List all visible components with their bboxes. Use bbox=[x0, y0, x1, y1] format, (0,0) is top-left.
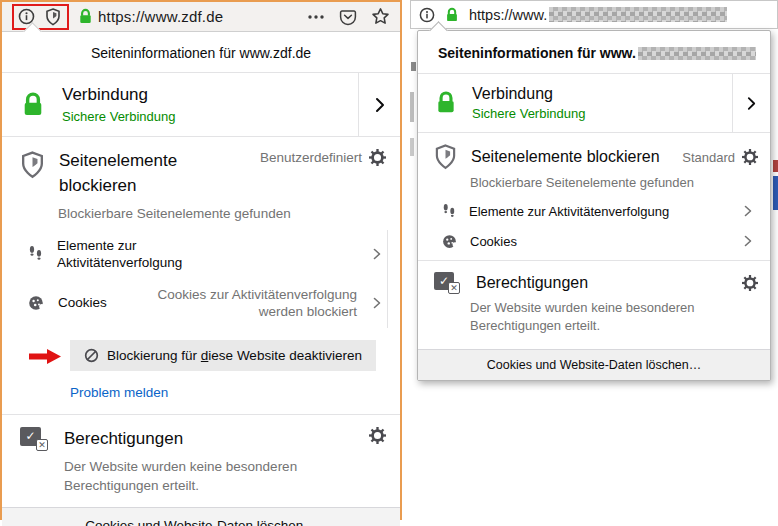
blocking-title: Seitenelemente blockieren bbox=[59, 149, 229, 198]
cookies-label: Cookies bbox=[470, 234, 729, 249]
blocking-title: Seitenelemente blockieren bbox=[471, 148, 660, 166]
blocking-mode-label: Standard bbox=[682, 150, 735, 165]
footprints-icon bbox=[442, 203, 456, 220]
trackers-row[interactable]: Elemente zur Aktivitätenverfolgung bbox=[28, 230, 381, 279]
connection-row: Verbindung Sichere Verbindung bbox=[418, 74, 770, 133]
popup-header: Seiteninformationen für www.zdf.de bbox=[2, 32, 400, 73]
blocking-subtitle: Blockierbare Seitenelemente gefunden bbox=[58, 205, 388, 223]
censored-host-mosaic bbox=[638, 47, 756, 60]
disable-blocking-zone: Blockierung für diese Website deaktivier… bbox=[20, 340, 388, 371]
censored-url-mosaic bbox=[549, 7, 727, 22]
trackers-label: Elemente zur Aktivitätenverfolgung bbox=[57, 237, 207, 272]
disable-blocking-label: Blockierung für diese Website deaktivier… bbox=[107, 348, 362, 363]
connection-text: Verbindung Sichere Verbindung bbox=[472, 85, 585, 121]
gear-icon[interactable] bbox=[742, 149, 758, 165]
disable-blocking-button[interactable]: Blockierung für diese Website deaktivier… bbox=[70, 340, 376, 371]
pocket-icon[interactable] bbox=[339, 8, 357, 26]
right-urlbar: https://www. bbox=[410, 0, 778, 29]
screenshot-stage: https://www.zdf.de Seiteninformationen f… bbox=[0, 0, 778, 526]
permissions-title: Berechtigungen bbox=[476, 274, 588, 292]
chevron-right-icon bbox=[373, 297, 381, 309]
secure-lock-icon bbox=[434, 90, 458, 116]
cookies-label: Cookies bbox=[58, 294, 107, 312]
connection-status: Sichere Verbindung bbox=[62, 109, 175, 124]
cookies-row[interactable]: Cookies Cookies zur Aktivitätenverfolgun… bbox=[28, 279, 381, 328]
shield-icon bbox=[434, 144, 457, 170]
connection-status: Sichere Verbindung bbox=[472, 106, 585, 121]
clear-cookies-button[interactable]: Cookies und Website-Daten löschen… bbox=[418, 349, 770, 380]
connection-main: Verbindung Sichere Verbindung bbox=[2, 73, 358, 136]
site-info-popup-left: Seiteninformationen für www.zdf.de Verbi… bbox=[2, 32, 400, 526]
info-icon[interactable] bbox=[419, 7, 435, 23]
left-capture-zdf: https://www.zdf.de Seiteninformationen f… bbox=[0, 0, 402, 520]
secure-lock-icon bbox=[20, 91, 46, 119]
right-capture-censored: https://www. Seiteninformationen für www… bbox=[410, 0, 778, 526]
left-urlbar: https://www.zdf.de bbox=[2, 2, 400, 32]
gear-icon[interactable] bbox=[369, 427, 386, 444]
permissions-section: ✓✕ Berechtigungen Der Website wurden kei… bbox=[418, 261, 770, 349]
background-fragment bbox=[410, 138, 414, 156]
annotation-highlight-box bbox=[12, 4, 69, 30]
chevron-right-icon bbox=[373, 248, 381, 260]
content-blocking-section: Seitenelemente blockieren Standard Block… bbox=[418, 133, 770, 260]
connection-title: Verbindung bbox=[472, 85, 585, 103]
cookie-icon bbox=[442, 234, 457, 249]
page-actions-icon[interactable] bbox=[307, 14, 325, 20]
permissions-section: ✓✕ Berechtigungen Der Website wurden kei… bbox=[2, 415, 400, 507]
cookie-icon bbox=[28, 295, 44, 311]
blocking-rows: Elemente zur Aktivitätenverfolgung Cooki… bbox=[28, 230, 388, 328]
clear-cookies-button[interactable]: Cookies und Website-Daten löschen… bbox=[2, 507, 400, 526]
chevron-right-icon bbox=[744, 235, 752, 247]
background-fragment bbox=[773, 176, 778, 210]
connection-expand-button[interactable] bbox=[358, 73, 400, 136]
annotation-red-arrow bbox=[28, 348, 62, 365]
cookies-status: Cookies zur Aktivitätenverfolgung werden… bbox=[121, 286, 357, 321]
connection-main: Verbindung Sichere Verbindung bbox=[418, 74, 732, 132]
content-blocking-section: Seitenelemente blockieren Benutzerdefini… bbox=[2, 137, 400, 414]
permissions-subtitle: Der Website wurden keine besonderen Bere… bbox=[470, 299, 710, 335]
popup-header: Seiteninformationen für www. bbox=[418, 31, 770, 74]
site-info-popup-right: Seiteninformationen für www. Verbindung … bbox=[417, 30, 771, 381]
blocking-mode-label: Benutzerdefiniert bbox=[260, 150, 362, 165]
blocking-subtitle: Blockierbare Seitenelemente gefunden bbox=[470, 174, 760, 192]
connection-row: Verbindung Sichere Verbindung bbox=[2, 73, 400, 137]
url-text[interactable]: https://www. bbox=[469, 7, 727, 23]
permissions-title: Berechtigungen bbox=[64, 427, 183, 452]
url-text[interactable]: https://www.zdf.de bbox=[98, 8, 307, 25]
cookies-row[interactable]: Cookies bbox=[434, 227, 760, 256]
trackers-label: Elemente zur Aktivitätenverfolgung bbox=[469, 204, 729, 219]
footprints-icon bbox=[28, 245, 43, 263]
permissions-icon: ✓✕ bbox=[20, 427, 50, 451]
trackers-row[interactable]: Elemente zur Aktivitätenverfolgung bbox=[434, 196, 760, 227]
shield-icon bbox=[20, 151, 45, 179]
lock-icon[interactable] bbox=[444, 7, 460, 23]
slash-circle-icon bbox=[84, 348, 99, 363]
lock-icon[interactable] bbox=[77, 8, 94, 25]
gear-icon[interactable] bbox=[742, 275, 758, 291]
bookmark-star-icon[interactable] bbox=[371, 7, 390, 26]
connection-text: Verbindung Sichere Verbindung bbox=[62, 85, 175, 124]
chevron-right-icon bbox=[744, 205, 752, 217]
connection-expand-button[interactable] bbox=[732, 74, 770, 132]
background-fragment bbox=[410, 92, 414, 122]
connection-title: Verbindung bbox=[62, 85, 175, 105]
tracking-protection-shield-icon[interactable] bbox=[45, 8, 61, 26]
report-problem-link[interactable]: Problem melden bbox=[70, 385, 168, 400]
background-fragment bbox=[773, 160, 778, 172]
background-fragment bbox=[411, 62, 416, 71]
permissions-subtitle: Der Website wurden keine besonderen Bere… bbox=[64, 458, 388, 494]
permissions-icon: ✓✕ bbox=[434, 272, 462, 294]
gear-icon[interactable] bbox=[369, 149, 386, 166]
